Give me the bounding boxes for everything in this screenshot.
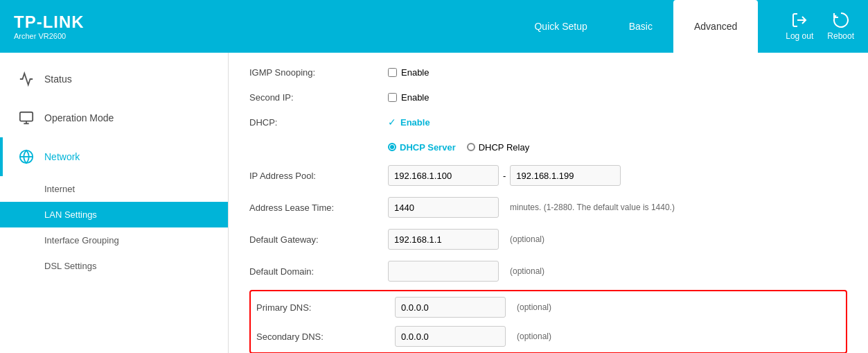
monitor-icon: [17, 108, 36, 128]
sidebar-item-interface-grouping[interactable]: Interface Grouping: [0, 227, 228, 253]
logo-model: Archer VR2600: [14, 32, 85, 40]
dhcp-mode-control: DHCP Server DHCP Relay: [388, 142, 529, 153]
dhcp-relay-radio-dot: [467, 143, 475, 151]
sidebar-label-operation-mode: Operation Mode: [44, 112, 114, 123]
ip-range-separator: -: [503, 171, 506, 181]
dhcp-server-radio-dot: [388, 143, 396, 151]
svg-rect-0: [20, 112, 33, 121]
secondary-dns-control: (optional): [395, 326, 551, 347]
sidebar-label-status: Status: [44, 74, 72, 85]
gateway-input[interactable]: [388, 229, 499, 250]
main-nav: Quick Setup Basic Advanced: [513, 0, 758, 53]
primary-dns-label: Primary DNS:: [256, 302, 395, 313]
gateway-label: Default Gateway:: [249, 234, 388, 245]
sidebar-item-status[interactable]: Status: [0, 60, 228, 98]
domain-label: Default Domain:: [249, 266, 388, 277]
sidebar-item-operation-mode[interactable]: Operation Mode: [0, 98, 228, 137]
tab-advanced[interactable]: Advanced: [673, 0, 758, 53]
dhcp-check-icon: ✓: [388, 117, 396, 128]
reboot-button[interactable]: Reboot: [827, 12, 854, 41]
ip-pool-start-input[interactable]: [388, 165, 499, 186]
globe-icon: [17, 147, 36, 166]
second-ip-row: Second IP: Enable: [249, 85, 847, 110]
logo-area: TP-LINK Archer VR2600: [14, 12, 85, 40]
secondary-dns-row: Secondary DNS: (optional): [256, 322, 840, 351]
dns-box: Primary DNS: (optional) Secondary DNS: (…: [249, 290, 847, 353]
dhcp-enable-text: Enable: [400, 117, 430, 128]
domain-control: (optional): [388, 261, 544, 282]
igmp-label: IGMP Snooping:: [249, 67, 388, 78]
domain-row: Default Domain: (optional): [249, 255, 847, 287]
gateway-hint: (optional): [510, 234, 544, 244]
secondary-dns-input[interactable]: [395, 326, 506, 347]
gateway-row: Default Gateway: (optional): [249, 223, 847, 255]
tab-basic[interactable]: Basic: [608, 0, 673, 53]
header-actions: Log out Reboot: [786, 12, 854, 41]
dhcp-relay-radio-label[interactable]: DHCP Relay: [467, 142, 529, 153]
logout-button[interactable]: Log out: [786, 12, 813, 41]
sidebar-item-network[interactable]: Network: [0, 137, 228, 176]
sidebar-label-network: Network: [44, 151, 80, 162]
dhcp-label: DHCP:: [249, 117, 388, 128]
lease-time-control: minutes. (1-2880. The default value is 1…: [388, 197, 675, 218]
primary-dns-control: (optional): [395, 297, 551, 318]
second-ip-control: Enable: [388, 92, 429, 103]
igmp-control: Enable: [388, 67, 429, 78]
ip-pool-label: IP Address Pool:: [249, 171, 388, 181]
logout-icon: [791, 12, 808, 28]
dhcp-row: DHCP: ✓ Enable: [249, 110, 847, 135]
sidebar-item-dsl-settings[interactable]: DSL Settings: [0, 253, 228, 279]
status-icon: [17, 69, 36, 89]
primary-dns-input[interactable]: [395, 297, 506, 318]
dhcp-enable: ✓ Enable: [388, 117, 430, 128]
logo-tp: TP-LINK: [14, 12, 85, 32]
reboot-icon: [833, 12, 849, 28]
primary-dns-hint: (optional): [517, 302, 551, 312]
tab-quick-setup[interactable]: Quick Setup: [513, 0, 608, 53]
layout: Status Operation Mode Networ: [0, 53, 868, 353]
secondary-dns-label: Secondary DNS:: [256, 332, 395, 342]
gateway-control: (optional): [388, 229, 544, 250]
secondary-dns-hint: (optional): [517, 332, 551, 341]
igmp-checkbox[interactable]: [388, 68, 397, 77]
lease-time-label: Address Lease Time:: [249, 203, 388, 213]
dhcp-mode-row: DHCP Server DHCP Relay: [249, 135, 847, 160]
dhcp-server-radio-label[interactable]: DHCP Server: [388, 142, 456, 153]
dhcp-control: ✓ Enable: [388, 117, 430, 128]
main-content: IGMP Snooping: Enable Second IP: Enable …: [229, 53, 868, 353]
sidebar-item-internet[interactable]: Internet: [0, 176, 228, 202]
lease-time-hint: minutes. (1-2880. The default value is 1…: [510, 203, 675, 212]
second-ip-checkbox-label[interactable]: Enable: [388, 92, 429, 103]
igmp-checkbox-label[interactable]: Enable: [388, 67, 429, 78]
domain-input[interactable]: [388, 261, 499, 282]
lease-time-row: Address Lease Time: minutes. (1-2880. Th…: [249, 191, 847, 223]
ip-pool-end-input[interactable]: [510, 165, 621, 186]
lease-time-input[interactable]: [388, 197, 499, 218]
domain-hint: (optional): [510, 266, 544, 276]
second-ip-label: Second IP:: [249, 92, 388, 103]
sidebar: Status Operation Mode Networ: [0, 53, 229, 353]
header: TP-LINK Archer VR2600 Quick Setup Basic …: [0, 0, 868, 53]
sidebar-item-lan-settings[interactable]: LAN Settings: [0, 202, 228, 227]
primary-dns-row: Primary DNS: (optional): [256, 293, 840, 322]
igmp-row: IGMP Snooping: Enable: [249, 60, 847, 85]
ip-pool-row: IP Address Pool: -: [249, 160, 847, 191]
ip-pool-control: -: [388, 165, 621, 186]
second-ip-checkbox[interactable]: [388, 93, 397, 102]
